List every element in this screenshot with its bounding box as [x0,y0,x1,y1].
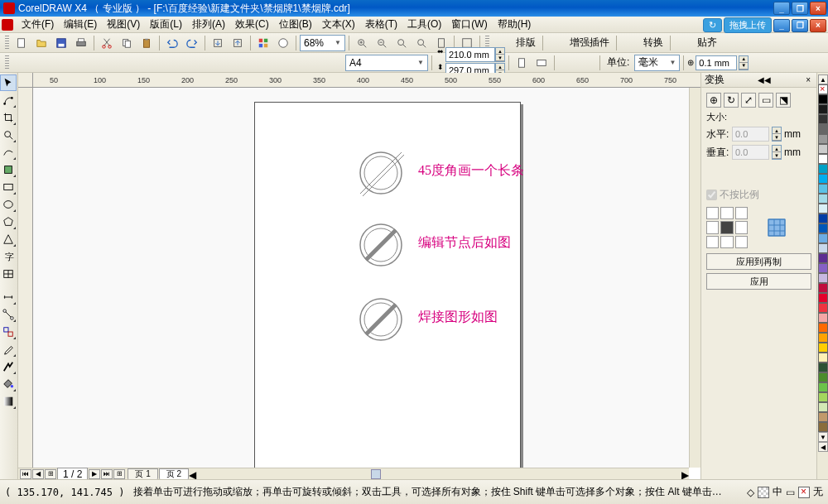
scroll-right-button[interactable]: ▶ [681,469,689,480]
canvas[interactable]: 5010015020025030035040045050055060065070… [18,73,700,479]
basicshapes-tool[interactable] [0,231,17,247]
smartfill-tool[interactable] [0,161,17,178]
apply-duplicate-button[interactable]: 应用到再制 [706,253,811,270]
undo-button[interactable] [163,35,181,51]
nudge-input[interactable]: 0.1 mm [696,55,737,70]
color-swatch[interactable] [818,154,828,164]
save-button[interactable] [52,35,70,51]
menu-effects[interactable]: 效果(C) [230,16,274,33]
mdi-close-button[interactable]: × [810,19,826,32]
color-swatch[interactable] [818,184,828,194]
symbol-1[interactable] [356,148,406,198]
zoom-out-button[interactable] [373,35,391,51]
palette-flyout-button[interactable]: ◀ [818,442,828,452]
menu-view[interactable]: 视图(V) [102,16,145,33]
color-swatch[interactable] [818,223,828,233]
color-swatch[interactable] [818,402,828,412]
nonprop-checkbox[interactable] [706,190,717,200]
page-width-spinner[interactable]: ▲▼ [495,47,505,62]
transform-extra-button[interactable] [620,35,638,51]
landscape-button[interactable] [532,55,551,71]
color-swatch[interactable] [818,343,828,353]
page-tab-1[interactable]: 页 1 [128,468,157,480]
transform-skew-button[interactable]: ⬔ [776,93,791,108]
blend-tool[interactable] [0,324,17,340]
color-swatch[interactable] [818,94,828,104]
color-swatch[interactable] [818,144,828,154]
open-button[interactable] [32,35,51,51]
import-button[interactable] [209,35,227,51]
transform-rotate-button[interactable]: ↻ [724,93,739,108]
ellipse-tool[interactable] [0,196,17,213]
current-page-button[interactable] [578,55,596,71]
menu-arrange[interactable]: 排列(A) [187,16,230,33]
freehand-tool[interactable] [0,144,17,161]
scroll-thumb[interactable] [371,469,381,479]
vertical-scrollbar[interactable] [689,88,700,468]
redo-button[interactable] [183,35,201,51]
menu-layout[interactable]: 版面(L) [145,16,187,33]
horizontal-input[interactable] [732,127,769,142]
zoom-in-button[interactable] [353,35,371,51]
color-swatch[interactable] [818,134,828,144]
zoom-combo[interactable]: 68%▼ [300,35,345,51]
menu-bitmaps[interactable]: 位图(B) [274,16,317,33]
plugin-extra-button[interactable] [546,35,565,51]
minimize-button[interactable]: _ [773,2,790,15]
zoom-tool[interactable] [0,127,17,143]
color-swatch[interactable] [818,333,828,343]
symbol-2[interactable] [356,220,406,270]
upload-button[interactable]: ↻ [703,18,722,32]
maximize-button[interactable]: ❐ [792,2,808,15]
layout-label[interactable]: 排版 [513,36,539,50]
page-width-input[interactable]: 210.0 mm [445,47,495,62]
nudge-spinner[interactable]: ▲▼ [739,55,749,70]
menu-window[interactable]: 窗口(W) [446,16,492,33]
eyedropper-tool[interactable] [0,341,17,358]
menu-table[interactable]: 表格(T) [360,16,402,33]
align-label[interactable]: 贴齐 [694,36,720,50]
color-swatch[interactable] [818,204,828,214]
table-tool[interactable] [0,266,17,282]
vertical-spinner[interactable]: ▲▼ [772,145,782,160]
pick-tool[interactable] [0,74,17,91]
transform-scale-button[interactable]: ⤢ [741,93,756,108]
horizontal-spinner[interactable]: ▲▼ [772,127,782,142]
add-page-after-button[interactable]: ⊞ [113,469,125,479]
horizontal-ruler[interactable]: 5010015020025030035040045050055060065070… [33,73,700,88]
apply-button[interactable]: 应用 [706,273,811,290]
mdi-restore-button[interactable]: ❐ [792,19,808,32]
app-launcher-button[interactable] [254,35,272,51]
crop-tool[interactable] [0,109,17,126]
rectangle-tool[interactable] [0,179,17,195]
scroll-left-button[interactable]: ◀ [189,469,196,480]
menu-help[interactable]: 帮助(H) [493,16,537,33]
first-page-button[interactable]: ⏮ [20,469,31,479]
dimension-tool[interactable] [0,289,17,305]
vertical-input[interactable] [732,145,769,160]
units-combo[interactable]: 毫米▼ [634,55,680,71]
color-swatch[interactable] [818,164,828,174]
next-page-button[interactable]: ▶ [89,469,100,479]
all-pages-button[interactable] [558,55,576,71]
outline-swatch[interactable]: × [798,487,810,498]
print-button[interactable] [72,35,90,51]
outline-tool[interactable] [0,358,17,375]
color-swatch[interactable] [818,214,828,223]
prop-handle[interactable] [5,55,9,70]
transform-position-button[interactable]: ⊕ [706,93,721,108]
align-extra-button[interactable] [674,35,692,51]
fill-tool[interactable] [0,376,17,392]
color-swatch[interactable] [818,194,828,204]
menu-file[interactable]: 文件(F) [17,16,59,33]
transform-size-button[interactable]: ▭ [758,93,773,108]
add-page-before-button[interactable]: ⊞ [45,469,56,479]
interactive-fill-tool[interactable] [0,393,17,410]
color-swatch[interactable] [818,412,828,422]
last-page-button[interactable]: ⏭ [101,469,113,479]
color-swatch[interactable] [818,273,828,283]
prev-page-button[interactable]: ◀ [32,469,44,479]
paper-combo[interactable]: A4▼ [345,55,428,71]
export-button[interactable] [229,35,247,51]
connector-tool[interactable] [0,306,17,323]
